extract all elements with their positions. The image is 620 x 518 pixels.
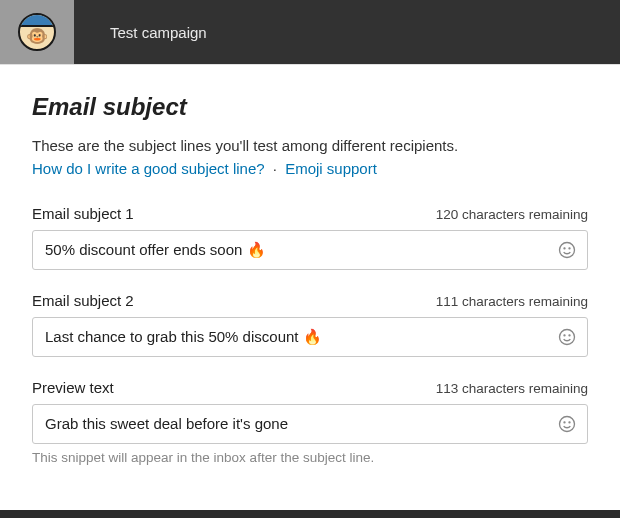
section-description: These are the subject lines you'll test … — [32, 135, 588, 158]
svg-point-2 — [569, 247, 570, 248]
svg-point-5 — [569, 334, 570, 335]
preview-input[interactable] — [33, 405, 547, 443]
content-area: Email subject These are the subject line… — [0, 64, 620, 465]
subject2-group: Email subject 2 111 characters remaining — [32, 292, 588, 357]
emoji-picker-button[interactable] — [547, 231, 587, 269]
svg-point-4 — [564, 334, 565, 335]
svg-point-3 — [560, 329, 575, 344]
emoji-picker-button[interactable] — [547, 405, 587, 443]
emoji-support-link[interactable]: Emoji support — [285, 160, 377, 177]
preview-remaining: 113 characters remaining — [436, 381, 588, 396]
emoji-picker-button[interactable] — [547, 318, 587, 356]
preview-label: Preview text — [32, 379, 114, 396]
svg-point-7 — [564, 421, 565, 422]
subject1-input-wrapper — [32, 230, 588, 270]
logo-box[interactable]: 🐵 — [0, 0, 74, 64]
subject2-input[interactable] — [33, 318, 547, 356]
preview-group: Preview text 113 characters remaining Th… — [32, 379, 588, 465]
subject1-input[interactable] — [33, 231, 547, 269]
smiley-icon — [557, 414, 577, 434]
preview-input-wrapper — [32, 404, 588, 444]
subject2-input-wrapper — [32, 317, 588, 357]
svg-point-1 — [564, 247, 565, 248]
svg-point-0 — [560, 242, 575, 257]
subject1-remaining: 120 characters remaining — [436, 207, 588, 222]
smiley-icon — [557, 327, 577, 347]
preview-hint: This snippet will appear in the inbox af… — [32, 450, 588, 465]
svg-point-8 — [569, 421, 570, 422]
mailchimp-logo-icon: 🐵 — [18, 13, 56, 51]
subject1-group: Email subject 1 120 characters remaining — [32, 205, 588, 270]
subject1-label: Email subject 1 — [32, 205, 134, 222]
section-title: Email subject — [32, 93, 588, 121]
link-separator: · — [273, 160, 277, 177]
subject-tips-link[interactable]: How do I write a good subject line? — [32, 160, 265, 177]
subject2-label: Email subject 2 — [32, 292, 134, 309]
subject2-remaining: 111 characters remaining — [436, 294, 588, 309]
help-links: How do I write a good subject line? · Em… — [32, 160, 588, 177]
svg-point-6 — [560, 416, 575, 431]
top-bar: 🐵 Test campaign — [0, 0, 620, 64]
footer-bar — [0, 510, 620, 518]
smiley-icon — [557, 240, 577, 260]
campaign-name: Test campaign — [110, 24, 207, 41]
